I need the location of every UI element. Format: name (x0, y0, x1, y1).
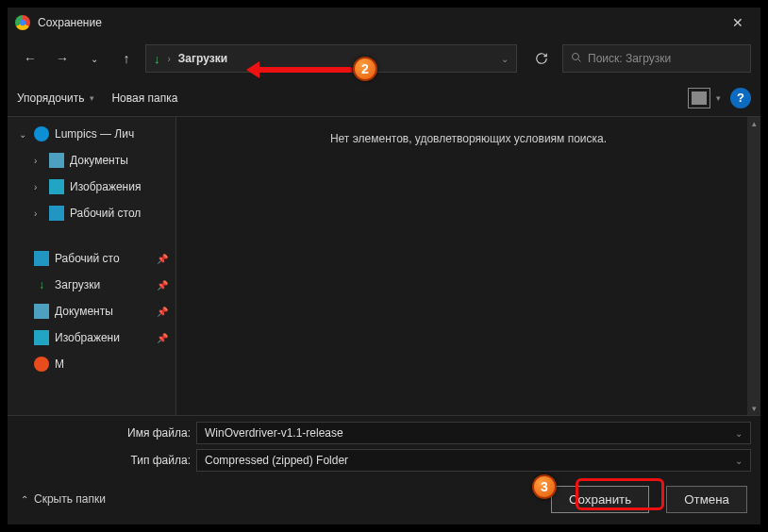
sidebar-item-onedrive[interactable]: ⌄ Lumpics — Лич (8, 121, 175, 147)
svg-point-0 (573, 53, 579, 59)
up-button[interactable]: ↑ (113, 45, 140, 72)
pin-icon: 📌 (157, 254, 168, 264)
chevron-right-icon: › (34, 182, 43, 192)
sidebar-pinned-m[interactable]: М (8, 351, 175, 377)
filetype-label: Тип файла: (17, 454, 191, 467)
search-box[interactable]: Поиск: Загрузки (562, 44, 751, 73)
filename-label: Имя файла: (17, 426, 191, 440)
search-icon (571, 52, 582, 66)
chevron-right-icon: › (34, 208, 43, 219)
refresh-button[interactable] (526, 45, 557, 72)
scrollbar[interactable]: ▴ ▾ (747, 117, 760, 415)
sidebar-pinned-documents[interactable]: Документы 📌 (8, 298, 175, 324)
footer: ⌃ Скрыть папки Сохранить Отмена (8, 474, 760, 524)
scroll-down-arrow[interactable]: ▾ (747, 402, 760, 415)
new-folder-button[interactable]: Новая папка (111, 91, 177, 105)
back-button[interactable]: ← (17, 45, 43, 72)
documents-icon (49, 153, 64, 168)
sidebar-item-desktop[interactable]: › Рабочий стол (8, 200, 175, 226)
close-button[interactable]: ✕ (723, 11, 753, 34)
sidebar: ⌄ Lumpics — Лич › Документы › Изображени… (8, 117, 175, 415)
sidebar-item-documents[interactable]: › Документы (8, 147, 175, 174)
main-area: ⌄ Lumpics — Лич › Документы › Изображени… (8, 117, 760, 415)
organize-button[interactable]: Упорядочить ▾ (17, 91, 94, 105)
sidebar-pinned-desktop[interactable]: Рабочий сто 📌 (8, 245, 175, 272)
sidebar-pinned-images[interactable]: Изображени 📌 (8, 324, 175, 351)
cancel-button[interactable]: Отмена (666, 486, 747, 513)
forward-button[interactable]: → (49, 45, 75, 72)
help-button[interactable]: ? (730, 88, 751, 108)
pin-icon: 📌 (157, 280, 168, 291)
navigation-bar: ← → ⌄ ↑ ↓ › Загрузки ⌄ Поиск: Загрузки (8, 38, 760, 79)
pin-icon: 📌 (157, 307, 168, 317)
filename-input[interactable]: WinOverdriver-v1.1-release ⌄ (196, 422, 751, 444)
filetype-select[interactable]: Compressed (zipped) Folder ⌄ (196, 449, 751, 472)
empty-message: Нет элементов, удовлетворяющих условиям … (176, 132, 760, 145)
annotation-badge-2: 2 (353, 57, 377, 81)
save-button[interactable]: Сохранить (551, 486, 649, 513)
content-area: Нет элементов, удовлетворяющих условиям … (175, 117, 760, 415)
save-dialog-window: Сохранение ✕ ← → ⌄ ↑ ↓ › Загрузки ⌄ Поис… (8, 8, 760, 524)
sidebar-item-images[interactable]: › Изображения (8, 174, 175, 200)
recent-dropdown[interactable]: ⌄ (81, 45, 108, 72)
view-mode-button[interactable] (688, 88, 710, 108)
annotation-arrow (258, 67, 352, 73)
window-title: Сохранение (38, 16, 723, 29)
address-text: Загрузки (178, 52, 227, 65)
m-icon (34, 357, 49, 372)
chevron-right-icon: › (34, 156, 43, 166)
view-mode-dropdown[interactable]: ▾ (716, 93, 721, 103)
scroll-up-arrow[interactable]: ▴ (747, 117, 760, 130)
images-icon (49, 179, 64, 194)
pin-icon: 📌 (157, 333, 168, 343)
toolbar: Упорядочить ▾ Новая папка ▾ ? (8, 79, 760, 117)
svg-line-1 (578, 58, 581, 61)
downloads-icon: ↓ (34, 277, 49, 292)
annotation-badge-3: 3 (532, 474, 557, 499)
address-dropdown[interactable]: ⌄ (501, 54, 509, 64)
onedrive-icon (34, 126, 49, 141)
chevron-down-icon[interactable]: ⌄ (735, 428, 743, 439)
file-form: Имя файла: WinOverdriver-v1.1-release ⌄ … (8, 415, 760, 474)
chevron-down-icon[interactable]: ⌄ (735, 456, 743, 466)
documents-icon (34, 304, 49, 319)
chrome-icon (15, 15, 30, 30)
chevron-down-icon: ⌄ (19, 129, 28, 140)
images-icon (34, 330, 49, 345)
search-placeholder: Поиск: Загрузки (588, 52, 671, 65)
hide-folders-toggle[interactable]: ⌃ Скрыть папки (21, 492, 106, 506)
desktop-icon (34, 251, 49, 266)
desktop-icon (49, 206, 64, 221)
sidebar-pinned-downloads[interactable]: ↓ Загрузки 📌 (8, 272, 175, 298)
titlebar: Сохранение ✕ (8, 8, 760, 38)
downloads-icon: ↓ (154, 52, 160, 66)
chevron-right-icon: › (168, 54, 171, 64)
